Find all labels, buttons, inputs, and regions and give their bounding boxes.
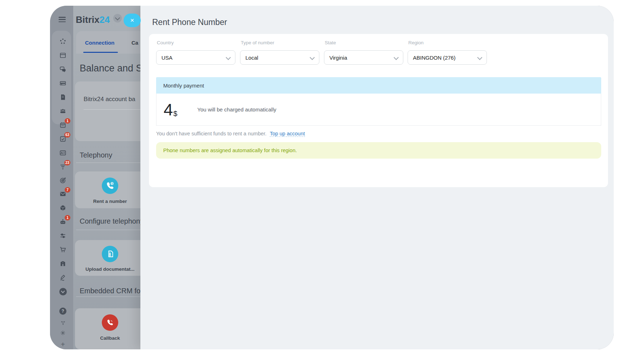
insufficient-funds-line: You don't have sufficient funds to rent … bbox=[156, 131, 305, 136]
region-value: ABINGDON (276) bbox=[413, 55, 455, 61]
number-type-label: Type of number bbox=[241, 40, 274, 45]
chevron-down-icon bbox=[477, 55, 482, 60]
sidebar-item-store[interactable] bbox=[59, 246, 67, 254]
payment-note: You will be charged automatically bbox=[197, 106, 276, 113]
sidebar-item-messenger[interactable] bbox=[59, 65, 67, 73]
building-icon bbox=[59, 260, 66, 267]
callback-label: Callback bbox=[75, 335, 145, 341]
state-value: Virginia bbox=[329, 55, 347, 61]
rent-a-number-card[interactable]: $ Rent a number bbox=[75, 171, 145, 208]
sidebar-item-company[interactable] bbox=[59, 260, 67, 268]
network-icon bbox=[60, 320, 66, 326]
drive-icon bbox=[59, 80, 66, 87]
country-value: USA bbox=[161, 55, 173, 61]
monthly-payment-box: 4 $ You will be charged automatically bbox=[156, 94, 601, 126]
pulse-icon bbox=[59, 38, 66, 45]
sidebar-item-more[interactable] bbox=[59, 288, 67, 295]
sidebar-item-network[interactable] bbox=[59, 319, 67, 327]
chevron-down-icon bbox=[226, 55, 231, 60]
monthly-payment-title: Monthly payment bbox=[163, 83, 204, 89]
active-tab-underline bbox=[83, 52, 118, 53]
payment-amount-value: 4 bbox=[164, 102, 173, 118]
plus-icon: + bbox=[61, 340, 65, 349]
help-icon: ? bbox=[59, 308, 66, 315]
section-title-crm-form: Embedded CRM form bbox=[80, 287, 149, 295]
panel-close-button[interactable]: × bbox=[124, 14, 141, 27]
sidebar-item-newsfeed[interactable] bbox=[59, 51, 67, 59]
balance-card-title: Bitrix24 account ba bbox=[84, 96, 135, 103]
upload-documentation-label: Upload documentat... bbox=[75, 266, 145, 272]
documents-icon bbox=[59, 94, 66, 101]
divider bbox=[76, 230, 151, 230]
rent-a-number-label: Rent a number bbox=[75, 199, 145, 204]
upload-documentation-card[interactable]: Upload documentat... bbox=[75, 240, 145, 276]
region-label: Region bbox=[408, 40, 424, 45]
left-sidebar: 1 63 23 7 bbox=[50, 6, 73, 349]
number-type-value: Local bbox=[245, 55, 258, 61]
insufficient-funds-text: You don't have sufficient funds to rent … bbox=[156, 131, 266, 136]
document-download-icon bbox=[102, 246, 118, 262]
sidebar-item-marketplace[interactable]: 1 bbox=[59, 218, 67, 226]
number-type-select[interactable]: Local bbox=[240, 50, 319, 65]
tasks-badge: 63 bbox=[64, 132, 70, 138]
sidebar-item-drive[interactable] bbox=[59, 79, 67, 87]
sidebar-item-tasks[interactable]: 63 bbox=[59, 135, 67, 143]
monthly-payment-header: Monthly payment bbox=[156, 77, 601, 94]
rent-phone-number-panel: Rent Phone Number Country USA Type of nu… bbox=[140, 6, 614, 349]
payment-amount: 4 $ bbox=[164, 102, 177, 118]
sidebar-item-calendar[interactable]: 1 bbox=[59, 121, 67, 129]
country-select[interactable]: USA bbox=[156, 50, 235, 65]
form-card: Country USA Type of number Local State bbox=[149, 34, 608, 187]
chevron-down-icon bbox=[394, 55, 399, 60]
sidebar-item-groups[interactable] bbox=[59, 107, 67, 115]
sidebar-item-crm[interactable] bbox=[59, 149, 67, 157]
sidebar-item-settings[interactable] bbox=[59, 329, 67, 337]
gear-icon bbox=[60, 330, 66, 336]
callback-phone-icon bbox=[102, 314, 118, 331]
tab-next[interactable]: Ca bbox=[131, 40, 138, 46]
chevron-down-icon bbox=[310, 55, 315, 60]
app-window: 1 63 23 7 bbox=[50, 6, 614, 349]
sidebar-item-sites[interactable] bbox=[59, 204, 67, 212]
payment-currency: $ bbox=[173, 110, 177, 118]
calendar-badge: 1 bbox=[65, 118, 70, 124]
region-notice-text: Phone numbers are assigned automatically… bbox=[163, 148, 297, 153]
state-label: State bbox=[325, 40, 336, 45]
divider bbox=[76, 296, 151, 297]
divider bbox=[76, 163, 151, 163]
sales-badge: 23 bbox=[64, 160, 70, 165]
cart-icon bbox=[59, 246, 66, 253]
page-title: Balance and St bbox=[80, 63, 145, 74]
messenger-icon bbox=[59, 66, 66, 73]
top-up-account-link[interactable]: Top up account bbox=[270, 131, 305, 137]
region-select[interactable]: ABINGDON (276) bbox=[408, 50, 487, 65]
sliders-icon bbox=[59, 232, 66, 239]
country-label: Country bbox=[157, 40, 174, 45]
signature-pen-icon bbox=[59, 274, 66, 281]
mail-badge: 7 bbox=[65, 187, 70, 193]
callback-card[interactable]: Callback bbox=[75, 308, 145, 349]
region-notice: Phone numbers are assigned automatically… bbox=[156, 142, 601, 159]
newsfeed-icon bbox=[59, 52, 66, 59]
sidebar-item-help[interactable]: ? bbox=[59, 307, 67, 315]
groups-icon bbox=[59, 108, 66, 115]
tab-bar: Connection Ca bbox=[76, 31, 151, 54]
state-select[interactable]: Virginia bbox=[324, 50, 403, 65]
sidebar-item-mail[interactable]: 7 bbox=[59, 190, 67, 198]
contact-card-icon bbox=[59, 149, 66, 156]
sidebar-item-pulse[interactable] bbox=[59, 38, 67, 45]
svg-text:$: $ bbox=[111, 182, 113, 185]
logo-text-24: 24 bbox=[99, 14, 110, 25]
menu-hamburger-icon[interactable] bbox=[59, 17, 66, 22]
chevron-down-circle-icon bbox=[59, 288, 67, 295]
sidebar-item-marketing[interactable] bbox=[59, 176, 67, 184]
bitrix24-logo[interactable]: Bitrix24 bbox=[76, 14, 110, 25]
logo-dropdown-button[interactable] bbox=[113, 14, 122, 23]
sidebar-item-automation[interactable] bbox=[59, 232, 67, 240]
tab-connection[interactable]: Connection bbox=[85, 40, 115, 46]
sidebar-item-add[interactable]: + bbox=[59, 340, 67, 348]
sidebar-item-documents[interactable] bbox=[59, 93, 67, 101]
phone-dollar-icon: $ bbox=[102, 178, 118, 194]
sidebar-item-sales[interactable]: 23 bbox=[59, 163, 67, 171]
sidebar-item-sign[interactable] bbox=[59, 274, 67, 281]
